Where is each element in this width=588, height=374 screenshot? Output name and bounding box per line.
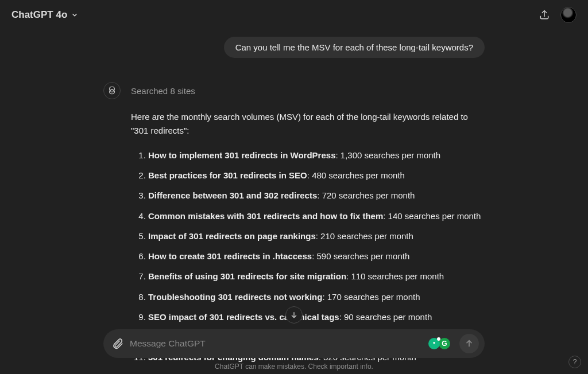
list-item: Common mistakes with 301 redirects and h… [148,209,485,223]
composer-wrap: G [103,329,485,358]
openai-icon [107,85,117,96]
avatar[interactable] [560,7,577,23]
assistant-message-row: Searched 8 sites Here are the monthly se… [103,84,485,371]
keyword-volume: : 590 searches per month [312,251,409,261]
assistant-avatar [103,82,121,99]
arrow-down-icon [289,310,299,320]
help-label: ? [573,358,577,366]
send-button[interactable] [459,334,479,353]
help-button[interactable]: ? [568,356,581,368]
share-button[interactable] [539,9,550,21]
list-item: Impact of 301 redirects on page rankings… [148,229,485,243]
paperclip-icon [111,337,124,350]
message-input[interactable] [130,338,423,349]
keyword-term: How to create 301 redirects in .htaccess [148,251,312,261]
user-message-text: Can you tell me the MSV for each of thes… [235,42,473,52]
extension-badge-1[interactable] [428,338,440,349]
keyword-volume: : 720 searches per month [317,190,415,200]
attach-button[interactable] [111,337,124,350]
list-item: Best practices for 301 redirects in SEO:… [148,169,485,182]
scroll-to-bottom-button[interactable] [285,306,303,324]
composer: G [103,329,485,358]
arrow-up-icon [464,338,474,349]
share-icon [539,9,550,21]
keyword-volume: : 1,300 searches per month [335,150,440,160]
chevron-down-icon [71,11,79,19]
keyword-term: Difference between 301 and 302 redirects [148,190,317,200]
pin-icon [431,341,437,346]
user-message-row: Can you tell me the MSV for each of thes… [103,37,485,58]
extension-badges: G [428,338,450,349]
extension-badge-2[interactable]: G [439,338,450,349]
keyword-term: Common mistakes with 301 redirects and h… [148,211,383,221]
model-switcher[interactable]: ChatGPT 4o [11,9,79,21]
assistant-intro: Here are the monthly search volumes (MSV… [131,110,485,137]
keyword-volume: : 210 searches per month [316,231,413,241]
keyword-term: Troubleshooting 301 redirects not workin… [148,292,322,302]
keyword-term: How to implement 301 redirects in WordPr… [148,150,335,160]
keyword-term: SEO impact of 301 redirects vs. canonica… [148,312,339,322]
user-message-bubble: Can you tell me the MSV for each of thes… [224,37,485,58]
searched-label: Searched 8 sites [131,84,485,98]
keyword-term: Best practices for 301 redirects in SEO [148,170,307,180]
keyword-volume: : 480 searches per month [307,170,405,180]
keyword-term: Benefits of using 301 redirects for site… [148,271,346,281]
svg-point-2 [433,342,435,344]
header-actions [539,7,577,23]
keyword-volume: : 170 searches per month [322,292,420,302]
list-item: Difference between 301 and 302 redirects… [148,189,485,202]
footnote: ChatGPT can make mistakes. Check importa… [0,363,588,371]
list-item: How to create 301 redirects in .htaccess… [148,250,485,263]
header: ChatGPT 4o [0,0,588,30]
keyword-volume: : 110 searches per month [346,271,444,281]
list-item: How to implement 301 redirects in WordPr… [148,149,485,162]
keyword-volume: : 140 searches per month [383,211,481,221]
keyword-volume: : 90 searches per month [339,312,432,322]
list-item: Troubleshooting 301 redirects not workin… [148,290,485,303]
svg-point-0 [111,89,114,92]
keyword-term: Impact of 301 redirects on page rankings [148,231,316,241]
model-label: ChatGPT 4o [11,9,67,21]
list-item: Benefits of using 301 redirects for site… [148,270,485,283]
list-item: SEO impact of 301 redirects vs. canonica… [148,310,485,324]
assistant-message-body: Searched 8 sites Here are the monthly se… [131,84,485,371]
